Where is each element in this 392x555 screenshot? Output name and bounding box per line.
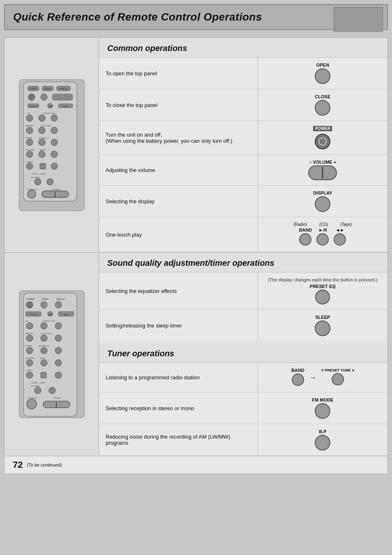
button-cell: CLOSE xyxy=(258,89,387,121)
operation-description: To close the top panel xyxy=(99,89,258,121)
button-cell: (The display changes each time the butto… xyxy=(258,272,387,310)
table-row: Listening to a programmed radio station … xyxy=(99,363,387,392)
one-touch-play-buttons: BAND ►/II ◄► xyxy=(265,228,381,247)
svg-text:REW    FF: REW FF xyxy=(40,149,46,151)
svg-point-30 xyxy=(39,139,45,146)
table-row: Setting/releasing the sleep timer SLEEP xyxy=(99,310,387,341)
open-label: OPEN xyxy=(316,63,329,67)
display-button-group: DISPLAY xyxy=(265,190,381,212)
svg-rect-85 xyxy=(41,372,46,378)
svg-point-20 xyxy=(39,115,45,121)
play-label: ►/II xyxy=(316,228,330,232)
operation-description: Reducing noise during the recording of A… xyxy=(99,424,258,456)
header-banner: Quick Reference of Remote Control Operat… xyxy=(4,4,388,30)
svg-point-71 xyxy=(41,335,47,341)
button-cell: OPEN xyxy=(258,58,387,89)
sleep-button[interactable] xyxy=(315,320,330,336)
power-label: POWER xyxy=(313,126,332,131)
svg-point-72 xyxy=(55,335,62,341)
main-content: TIMER SLEEP DISPLAY 🔊 FM MODE xyxy=(4,37,388,474)
table-row: Reducing noise during the recording of A… xyxy=(99,424,387,456)
preset-eq-group: (The display changes each time the butto… xyxy=(265,277,381,304)
open-button-group: OPEN xyxy=(265,63,381,84)
remote-image-col-1: TIMER SLEEP DISPLAY 🔊 FM MODE xyxy=(5,38,99,252)
svg-point-21 xyxy=(51,115,58,121)
operation-description: Selecting the display xyxy=(99,186,258,217)
svg-point-89 xyxy=(35,387,41,394)
section3-title: Tuner operations xyxy=(99,343,387,363)
svg-point-34 xyxy=(26,151,33,158)
svg-text:BAND: BAND xyxy=(63,105,67,107)
band-group: BAND xyxy=(291,368,305,387)
svg-point-38 xyxy=(26,163,33,170)
svg-text:TIMER: TIMER xyxy=(30,88,37,90)
button-cell: B.P xyxy=(258,424,387,456)
volume-button-group: – VOLUME + xyxy=(265,160,381,180)
svg-text:C.RESET: C.RESET xyxy=(25,161,33,163)
arrow-right: → xyxy=(310,374,316,381)
tuner-band-button[interactable] xyxy=(292,374,304,386)
svg-point-19 xyxy=(26,115,33,121)
svg-point-93 xyxy=(27,399,37,409)
table-row: Selecting reception in stereo or mono FM… xyxy=(99,392,387,424)
preset-eq-button[interactable] xyxy=(315,290,330,304)
sleep-button-group: SLEEP xyxy=(265,315,381,336)
svg-point-81 xyxy=(41,360,47,366)
button-cell: – VOLUME + xyxy=(258,155,387,186)
band-button[interactable] xyxy=(299,233,311,246)
svg-point-55 xyxy=(41,302,47,308)
play-button[interactable] xyxy=(316,233,329,246)
button-cell: DISPLAY xyxy=(258,186,387,217)
operation-description: Selecting reception in stereo or mono xyxy=(99,392,258,424)
power-inner-ring xyxy=(318,137,327,146)
svg-text:REV MODE: REV MODE xyxy=(25,149,35,151)
sleep-label: SLEEP xyxy=(315,315,330,320)
tape-button[interactable] xyxy=(334,233,346,246)
page-title: Quick Reference of Remote Control Operat… xyxy=(13,11,262,23)
svg-point-70 xyxy=(26,335,33,341)
common-ops-table: To open the top panel OPEN xyxy=(99,58,387,252)
ops-col-2: Sound quality adjustment/timer operation… xyxy=(99,253,387,456)
fm-mode-group: FM MODE xyxy=(265,397,381,419)
operation-description: One-touch play xyxy=(99,217,258,252)
close-button[interactable] xyxy=(315,100,330,116)
operation-description: To open the top panel xyxy=(99,58,258,89)
bp-label: B.P xyxy=(319,429,326,434)
table-row: To open the top panel OPEN xyxy=(99,58,387,89)
svg-point-90 xyxy=(49,387,55,394)
svg-text:DISPLAY: DISPLAY xyxy=(59,88,67,90)
power-button[interactable] xyxy=(315,134,330,149)
section1-title: Common operations xyxy=(99,38,387,58)
svg-text:REW   FF: REW FF xyxy=(40,357,46,359)
button-cell: SLEEP xyxy=(258,310,387,341)
v-preset-button[interactable] xyxy=(332,373,344,385)
header-image xyxy=(334,7,383,32)
svg-point-8 xyxy=(41,94,47,100)
svg-text:TOP PANEL: TOP PANEL xyxy=(31,176,40,179)
display-button[interactable] xyxy=(315,196,330,212)
svg-point-29 xyxy=(26,139,33,146)
svg-text:|◄◄  CD  ►►|: |◄◄ CD ►►| xyxy=(41,332,51,334)
eq-note: (The display changes each time the butto… xyxy=(268,277,378,282)
open-button[interactable] xyxy=(315,68,330,84)
svg-text:■CLEAR  ►/II: ■CLEAR ►/II xyxy=(39,137,49,139)
fm-mode-button[interactable] xyxy=(315,403,330,419)
svg-text:BAND: BAND xyxy=(64,313,68,316)
sound-quality-section: POWER SLEEP DISPLAY FM MODE TUNER BAND xyxy=(5,253,387,456)
v-preset-label: V PRESET TUNE ∧ xyxy=(321,368,355,372)
svg-text:REV MODE: REV MODE xyxy=(25,357,35,359)
svg-point-25 xyxy=(39,127,45,134)
sound-quality-table: Selecting the equalizer effects (The dis… xyxy=(99,272,387,341)
volume-button[interactable] xyxy=(308,165,337,180)
continued-text: (To be continued) xyxy=(27,462,62,467)
svg-text:|◄◄  CD  ►►|: |◄◄ CD ►►| xyxy=(41,125,51,127)
table-row: Turn the unit on and off. (When using th… xyxy=(99,121,387,155)
bp-button[interactable] xyxy=(315,435,330,451)
preset-eq-label: PRESET EQ xyxy=(310,284,336,289)
svg-point-40 xyxy=(51,163,58,170)
svg-point-31 xyxy=(51,139,58,146)
svg-point-86 xyxy=(55,372,62,379)
volume-line xyxy=(322,167,323,179)
close-button-group: CLOSE xyxy=(265,94,381,116)
svg-point-44 xyxy=(47,179,53,185)
